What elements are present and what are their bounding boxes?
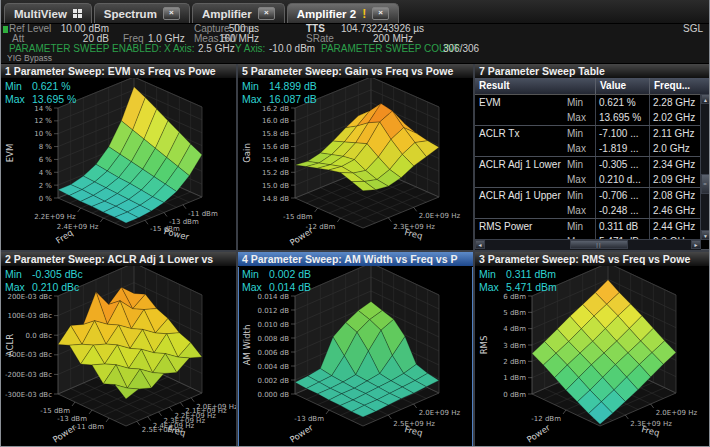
svg-text:15.4 dB: 15.4 dB [262, 156, 289, 164]
min-max-readout: Min14.899 dB Max16.087 dB [242, 80, 317, 106]
x-axis-label: X Axis: [164, 44, 195, 54]
svg-text:2.0E+09 Hz: 2.0E+09 Hz [196, 403, 236, 411]
multiview-grid-icon [73, 9, 82, 18]
tab-amplifier-2[interactable]: Amplifier 2 ! × [287, 3, 399, 23]
y-axis-label: Y Axis: [235, 44, 265, 54]
window-5-gain[interactable]: 5 Parameter Sweep: Gain vs Freq vs Powe … [238, 64, 473, 250]
sweep-count-value: 306/306 [443, 44, 479, 54]
col-value: Value [595, 78, 649, 94]
svg-text:12 %: 12 % [34, 117, 52, 125]
window-1-evm[interactable]: 1 Parameter Sweep: EVM vs Freq vs Powe M… [1, 64, 236, 250]
svg-text:-13 dBm: -13 dBm [294, 415, 324, 423]
svg-text:EVM: EVM [5, 144, 15, 163]
svg-text:-15 dBm: -15 dBm [283, 213, 313, 221]
close-icon[interactable]: × [372, 7, 389, 20]
svg-text:4 dBm: 4 dBm [503, 325, 526, 333]
svg-text:-15 dBm: -15 dBm [40, 407, 70, 415]
tab-spectrum[interactable]: Spectrum × [94, 3, 190, 23]
col-result: Result [475, 78, 595, 94]
window-title[interactable]: 7 Parameter Sweep Table [475, 64, 710, 79]
window-title[interactable]: 1 Parameter Sweep: EVM vs Freq vs Powe [1, 64, 236, 79]
window-title[interactable]: 2 Parameter Sweep: ACLR Adj 1 Lower vs [1, 252, 236, 267]
scroll-up-icon[interactable]: ▲ [701, 94, 710, 104]
svg-text:-13 dBm: -13 dBm [169, 218, 199, 226]
svg-text:Power: Power [288, 225, 315, 248]
svg-text:100E-03 dBc: 100E-03 dBc [7, 312, 52, 320]
svg-text:Power: Power [288, 422, 315, 445]
tab-label: MultiView [14, 8, 67, 20]
table-row[interactable]: ACLR Adj 1 LowerMin-0.305 ...2.34 GHzMax… [475, 157, 710, 188]
channel-info-bar[interactable]: Ref Level 10.00 dBm Capture Time 500 µs … [1, 24, 709, 64]
svg-text:-11 dBm: -11 dBm [188, 210, 218, 218]
ps-table-body: EVMMin0.621 %2.28 GHzMax13.695 %2.02 GHz… [475, 95, 710, 250]
table-row[interactable]: EVMMin0.621 %2.28 GHzMax13.695 %2.02 GHz [475, 95, 710, 126]
svg-text:4 %: 4 % [39, 169, 53, 177]
svg-text:Power: Power [51, 422, 78, 445]
svg-text:15.0 dB: 15.0 dB [262, 182, 289, 190]
svg-text:-13 dBm: -13 dBm [57, 415, 87, 423]
svg-text:10 %: 10 % [34, 130, 52, 138]
svg-text:ACLR: ACLR [5, 334, 15, 356]
yig-bypass-label: YIG Bypass [1, 54, 709, 63]
svg-text:1 dBm: 1 dBm [503, 374, 526, 382]
svg-text:-200E-03 dBc: -200E-03 dBc [5, 371, 52, 379]
info-row-3: PARAMETER SWEEP ENABLED: X Axis: 2.5 GHz… [1, 44, 709, 54]
svg-text:15.2 dB: 15.2 dB [262, 169, 289, 177]
svg-text:-12 dBm: -12 dBm [531, 415, 561, 423]
window-2-aclr[interactable]: 2 Parameter Sweep: ACLR Adj 1 Lower vs M… [1, 252, 236, 447]
close-icon[interactable]: × [258, 7, 275, 20]
svg-text:-300E-03 dBc: -300E-03 dBc [5, 391, 52, 399]
svg-text:8 %: 8 % [39, 143, 53, 151]
table-header: Result Value Frequ... [475, 78, 710, 95]
analyzer-app: MultiView Spectrum × Amplifier × Amplifi… [0, 0, 710, 447]
svg-text:0.002 dB: 0.002 dB [257, 377, 289, 385]
min-max-readout: Min0.311 dBm Max5.471 dBm [479, 268, 557, 294]
sweep-mode-badge: SGL [683, 24, 703, 34]
svg-text:-11 dBm: -11 dBm [74, 423, 104, 431]
window-3-rms[interactable]: 3 Parameter Sweep: RMS vs Freq vs Powe M… [475, 252, 710, 447]
tab-label: Spectrum [104, 8, 157, 20]
svg-text:0.0 dBc: 0.0 dBc [26, 332, 53, 340]
horizontal-scroll-thumb[interactable]: || [570, 240, 628, 249]
svg-text:2.0E+09 Hz: 2.0E+09 Hz [656, 409, 698, 417]
svg-text:Power: Power [163, 226, 191, 242]
vertical-scroll-thumb[interactable]: = [701, 174, 710, 194]
svg-text:0.012 dB: 0.012 dB [257, 307, 289, 315]
svg-text:16.0 dB: 16.0 dB [262, 117, 289, 125]
scroll-right-icon[interactable]: ► [691, 240, 701, 249]
svg-text:0 %: 0 % [39, 195, 53, 203]
measurement-grid: 1 Parameter Sweep: EVM vs Freq vs Powe M… [1, 64, 709, 447]
window-7-sweep-table[interactable]: 7 Parameter Sweep Table Result Value Fre… [475, 64, 710, 250]
svg-text:AM Width: AM Width [242, 325, 252, 366]
svg-text:2.2E+09 Hz: 2.2E+09 Hz [34, 213, 76, 221]
scroll-left-icon[interactable]: ◄ [475, 240, 485, 249]
svg-text:2 dBm: 2 dBm [503, 358, 526, 366]
window-title[interactable]: 3 Parameter Sweep: RMS vs Freq vs Powe [475, 252, 710, 267]
tab-multiview[interactable]: MultiView [4, 3, 92, 23]
table-row[interactable]: ACLR Adj 1 UpperMin-0.706 ...2.08 GHzMax… [475, 188, 710, 219]
parameter-sweep-table: Result Value Frequ... EVMMin0.621 %2.28 … [475, 78, 710, 250]
svg-text:3 dBm: 3 dBm [503, 342, 526, 350]
vertical-scrollbar[interactable]: ▲ = ▼ [700, 94, 710, 240]
svg-text:0 dBm: 0 dBm [503, 391, 526, 399]
channel-tab-bar: MultiView Spectrum × Amplifier × Amplifi… [1, 0, 709, 24]
tab-amplifier[interactable]: Amplifier × [192, 3, 285, 23]
scroll-down-icon[interactable]: ▼ [701, 230, 710, 240]
table-row[interactable]: ACLR TxMin-7.100 ...2.11 GHzMax-1.819 ..… [475, 126, 710, 157]
y-axis-value: -10.0 dBm [269, 44, 315, 54]
x-axis-value: 2.5 GHz [198, 44, 235, 54]
svg-text:0.000 dB: 0.000 dB [257, 391, 289, 399]
window-title-selected[interactable]: 4 Parameter Sweep: AM Width vs Freq vs P [238, 252, 473, 267]
svg-text:15.6 dB: 15.6 dB [262, 143, 289, 151]
min-max-readout: Min0.002 dB Max0.014 dB [242, 268, 311, 294]
window-4-am-width[interactable]: 4 Parameter Sweep: AM Width vs Freq vs P… [238, 252, 473, 447]
horizontal-scrollbar[interactable]: ◄ || ► [475, 239, 701, 250]
min-max-readout: Min0.621 % Max13.695 % [5, 80, 76, 106]
min-max-readout: Min-0.305 dBc Max0.210 dBc [5, 268, 83, 294]
svg-text:RMS: RMS [479, 336, 489, 355]
svg-text:2.0E+09 Hz: 2.0E+09 Hz [419, 212, 461, 220]
svg-text:2.0E+09 Hz: 2.0E+09 Hz [419, 409, 461, 417]
svg-text:5 dBm: 5 dBm [503, 309, 526, 317]
close-icon[interactable]: × [163, 7, 180, 20]
window-title[interactable]: 5 Parameter Sweep: Gain vs Freq vs Powe [238, 64, 473, 79]
